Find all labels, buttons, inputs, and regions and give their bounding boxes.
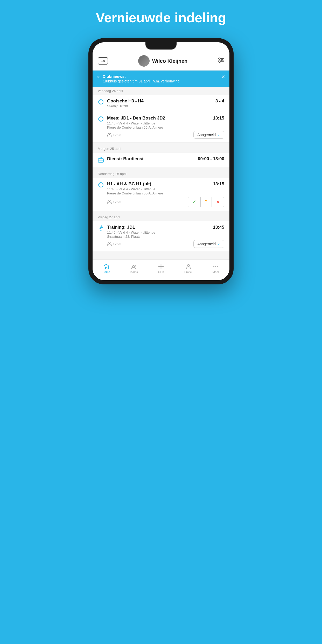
section-header-vrijdag: Vrijdag 27 april [93, 213, 229, 221]
event-title-row: Mees: JD1 - Den Bosch JD2 13:15 [107, 116, 224, 121]
event-score: 3 - 4 [215, 99, 224, 104]
header-user: Wilco Kleijnen [138, 55, 188, 67]
nav-item-teams[interactable]: Teams [120, 262, 148, 275]
nav-item-home[interactable]: Home [93, 262, 120, 275]
meer-icon [213, 263, 219, 270]
event-time: 13:45 [213, 225, 224, 230]
section-divider [93, 143, 229, 145]
event-content: Dienst: Bardienst 09:00 - 13:00 [107, 156, 224, 162]
event-content: Mees: JD1 - Den Bosch JD2 13:15 11:45 - … [107, 116, 224, 139]
event-detail: Straatnaam 23, Plaats [107, 235, 224, 239]
event-item: Mees: JD1 - Den Bosch JD2 13:15 11:45 - … [93, 112, 229, 143]
event-content: Gooische H3 - H4 3 - 4 Starttijd 10:30 [107, 99, 224, 108]
event-title-row: Training: JD1 13:45 [107, 225, 224, 230]
event-subtitle: 11:45 - Veld 4 - Water - Uittenue [107, 187, 224, 191]
nav-item-club[interactable]: Club [147, 262, 175, 275]
nav-item-profiel[interactable]: Profiel [175, 262, 202, 275]
event-title-row: H1 - AH & BC H1 (uit) 13:15 [107, 181, 224, 187]
event-subtitle: 11:45 - Veld 4 - Water - Uittenue [107, 230, 224, 234]
event-time: 13:15 [213, 181, 224, 187]
section-header-donderdag: Donderdag 26 april [93, 170, 229, 178]
section-divider [93, 168, 229, 170]
avatar-image [138, 55, 150, 67]
event-time: 09:00 - 13:00 [198, 156, 224, 162]
event-item: Dienst: Bardienst 09:00 - 13:00 [93, 153, 229, 168]
news-dismiss-x-icon[interactable]: ✕ [97, 75, 100, 80]
bottom-nav: Home Teams Club [93, 260, 229, 280]
phone-notch [145, 42, 177, 50]
page-title: Vernieuwde indeling [96, 10, 226, 25]
score-icon[interactable]: 1:0 [98, 57, 108, 65]
club-icon [158, 263, 164, 270]
news-title: Clubnieuws: [103, 74, 219, 79]
event-item: Gooische H3 - H4 3 - 4 Starttijd 10:30 [93, 95, 229, 112]
event-title: Dienst: Bardienst [107, 156, 144, 162]
event-detail: Pierre de Coubertinlaan 55-A, Almere [107, 125, 224, 129]
event-count: 12/23 [107, 200, 121, 204]
match-icon [98, 182, 104, 189]
svg-rect-8 [98, 159, 103, 162]
event-title: Gooische H3 - H4 [107, 99, 144, 104]
event-detail: Pierre de Coubertinlaan 55-A, Almere [107, 191, 224, 195]
news-body: Clubhuis gesloten t/m 31 april i.v.m. ve… [103, 79, 219, 83]
svg-point-5 [219, 61, 220, 62]
event-title-row: Gooische H3 - H4 3 - 4 [107, 99, 224, 104]
svg-point-3 [219, 58, 220, 59]
news-text: Clubnieuws: Clubhuis gesloten t/m 31 apr… [103, 74, 219, 83]
event-count: 12/23 [107, 242, 121, 246]
nav-label-teams: Teams [129, 270, 138, 274]
filter-icon[interactable] [218, 57, 224, 65]
event-content: Training: JD1 13:45 11:45 - Veld 4 - Wat… [107, 225, 224, 248]
nav-label-club: Club [158, 270, 164, 274]
home-icon [103, 263, 109, 270]
rsvp-maybe-button[interactable]: ? [201, 197, 212, 207]
event-title: Training: JD1 [107, 225, 135, 230]
svg-point-19 [215, 266, 216, 267]
section-header-morgen: Morgen 25 april [93, 145, 229, 153]
dienst-icon [98, 157, 104, 164]
event-footer: 12/23 Aangemeld ✓ [107, 240, 224, 248]
event-item: Training: JD1 13:45 11:45 - Veld 4 - Wat… [93, 221, 229, 252]
training-icon [98, 225, 104, 232]
app-content: 1:0 Wilco Kleijnen [93, 42, 229, 280]
event-title: Mees: JD1 - Den Bosch JD2 [107, 116, 165, 121]
svg-point-4 [221, 59, 223, 61]
event-subtitle: 11:45 - Veld 4 - Water - Uittenue [107, 121, 224, 125]
event-count: 12/23 [107, 133, 121, 137]
nav-label-meer: Meer [213, 270, 219, 274]
event-item: H1 - AH & BC H1 (uit) 13:15 11:45 - Veld… [93, 178, 229, 211]
rsvp-no-button[interactable]: ✕ [212, 197, 224, 207]
aangemeld-button[interactable]: Aangemeld ✓ [193, 240, 224, 248]
teams-icon [130, 263, 137, 270]
header-username: Wilco Kleijnen [152, 58, 188, 64]
nav-label-home: Home [102, 270, 110, 274]
svg-point-17 [187, 264, 190, 267]
event-footer: 12/23 ✓ ? ✕ [107, 197, 224, 207]
nav-label-profiel: Profiel [184, 270, 192, 274]
svg-point-12 [101, 226, 102, 227]
match-icon [98, 99, 104, 106]
nav-item-meer[interactable]: Meer [202, 262, 229, 275]
check-icon: ✓ [217, 242, 220, 246]
news-banner: ✕ Clubnieuws: Clubhuis gesloten t/m 31 a… [93, 71, 229, 87]
event-subtitle: Starttijd 10:30 [107, 104, 224, 108]
section-header-vandaag: Vandaag 24 april [93, 87, 229, 95]
event-title-row: Dienst: Bardienst 09:00 - 13:00 [107, 156, 224, 162]
news-close-icon[interactable]: ✕ [221, 74, 225, 80]
phone-screen: 1:0 Wilco Kleijnen [93, 42, 229, 280]
rsvp-buttons: ✓ ? ✕ [188, 197, 224, 207]
event-title: H1 - AH & BC H1 (uit) [107, 181, 151, 187]
svg-point-20 [217, 266, 218, 267]
phone-shell: 1:0 Wilco Kleijnen [88, 38, 234, 284]
avatar[interactable] [138, 55, 150, 67]
rsvp-yes-button[interactable]: ✓ [188, 197, 201, 207]
profiel-icon [185, 263, 192, 270]
section-divider [93, 211, 229, 213]
event-content: H1 - AH & BC H1 (uit) 13:15 11:45 - Veld… [107, 181, 224, 207]
match-icon [98, 116, 104, 123]
svg-point-18 [213, 266, 214, 267]
bottom-spacer [93, 252, 229, 260]
event-footer: 12/23 Aangemeld ✓ [107, 131, 224, 139]
event-time: 13:15 [213, 116, 224, 121]
aangemeld-button[interactable]: Aangemeld ✓ [193, 131, 224, 139]
